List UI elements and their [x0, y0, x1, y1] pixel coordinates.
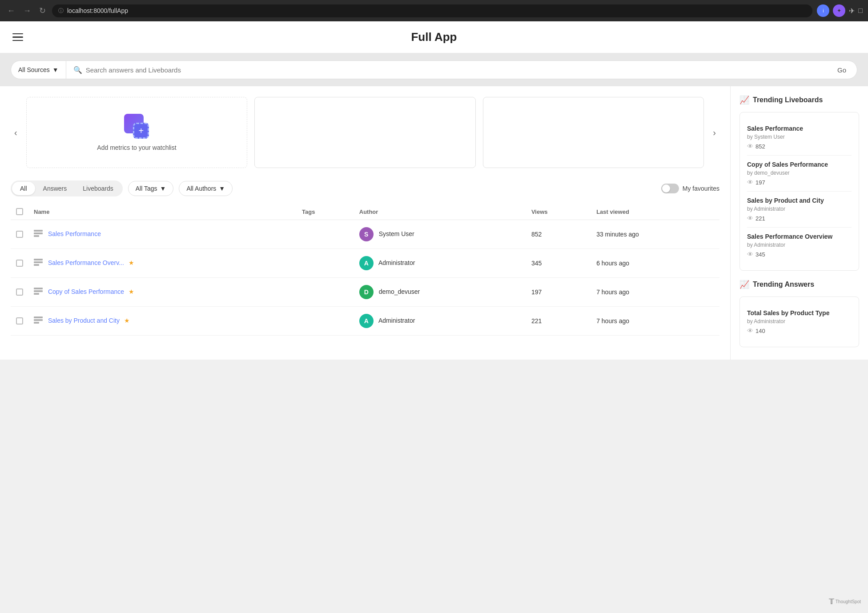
- url-text: localhost:8000/fullApp: [67, 7, 128, 14]
- trending-liveboards-title: 📈 Trending Liveboards: [739, 95, 859, 105]
- liveboard-title[interactable]: Sales Performance Overview: [747, 233, 852, 240]
- favourites-toggle-switch[interactable]: [661, 184, 679, 193]
- header-tags: Tags: [297, 204, 354, 220]
- search-icon: 🔍: [73, 66, 82, 74]
- item-type-icon: [34, 317, 43, 325]
- row-tags: [297, 249, 354, 278]
- address-bar[interactable]: ⓘ localhost:8000/fullApp: [52, 4, 812, 17]
- list-item: Sales by Product and City by Administrat…: [747, 192, 852, 228]
- tab-liveboards[interactable]: Liveboards: [75, 182, 121, 195]
- liveboard-author: by Administrator: [747, 206, 852, 212]
- row-tags: [297, 278, 354, 307]
- row-name: Sales Performance: [28, 220, 297, 249]
- forward-button[interactable]: →: [21, 4, 33, 17]
- source-dropdown[interactable]: All Sources ▼: [11, 61, 66, 79]
- extension-i-btn[interactable]: i: [817, 4, 829, 17]
- liveboard-views: 👁 221: [747, 215, 852, 222]
- item-type-icon: [34, 288, 43, 296]
- liveboard-author: by demo_devuser: [747, 170, 852, 176]
- views-count: 221: [755, 215, 765, 222]
- row-checkbox-cell: [11, 307, 28, 336]
- search-input-wrapper: 🔍: [66, 66, 830, 74]
- filter-tabs: All Answers Liveboards: [11, 180, 123, 196]
- row-checkbox[interactable]: [16, 231, 23, 238]
- item-link[interactable]: Sales Performance: [48, 230, 101, 237]
- header-author: Author: [354, 204, 526, 220]
- row-tags: [297, 220, 354, 249]
- tags-dropdown[interactable]: All Tags ▼: [128, 181, 174, 196]
- window-btn[interactable]: □: [858, 7, 863, 15]
- row-last-viewed: 33 minutes ago: [591, 220, 719, 249]
- select-all-checkbox[interactable]: [16, 208, 23, 215]
- trending-liveboards-card: Sales Performance by System User 👁 852 C…: [739, 112, 859, 271]
- watchlist-card-3[interactable]: [483, 97, 704, 168]
- toggle-knob: [662, 184, 670, 192]
- search-input[interactable]: [86, 66, 823, 74]
- table-row: Copy of Sales Performance ★ D demo_devus…: [11, 278, 719, 307]
- liveboard-views: 👁 852: [747, 143, 852, 150]
- item-type-icon: [34, 259, 43, 268]
- item-link[interactable]: Copy of Sales Performance: [48, 288, 124, 295]
- row-checkbox-cell: [11, 249, 28, 278]
- main-layout: ‹ + Add metrics to your watchlist ›: [0, 86, 868, 360]
- row-checkbox-cell: [11, 278, 28, 307]
- refresh-button[interactable]: ↻: [37, 4, 48, 17]
- data-table: Name Tags Author Views Last viewed: [11, 204, 719, 336]
- tags-label: All Tags: [136, 185, 157, 192]
- row-author: D demo_devuser: [354, 278, 526, 307]
- hamburger-menu[interactable]: [11, 32, 25, 43]
- star-icon: ★: [124, 317, 130, 324]
- go-button[interactable]: Go: [830, 63, 853, 77]
- favourites-label: My favourites: [683, 185, 719, 192]
- row-checkbox[interactable]: [16, 260, 23, 267]
- answer-title[interactable]: Total Sales by Product Type: [747, 309, 852, 317]
- views-count: 140: [755, 328, 765, 334]
- author-name: demo_devuser: [379, 288, 420, 295]
- header-name: Name: [28, 204, 297, 220]
- right-sidebar: 📈 Trending Liveboards Sales Performance …: [730, 86, 868, 360]
- liveboard-title[interactable]: Copy of Sales Performance: [747, 161, 852, 168]
- answer-author: by Administrator: [747, 318, 852, 325]
- list-item: Sales Performance by System User 👁 852: [747, 120, 852, 156]
- hamburger-line-2: [12, 36, 23, 38]
- table-row: Sales Performance S System User 852 33 m…: [11, 220, 719, 249]
- eye-icon: 👁: [747, 327, 753, 334]
- authors-dropdown[interactable]: All Authors ▼: [179, 181, 233, 196]
- source-chevron-icon: ▼: [52, 66, 59, 73]
- liveboard-title[interactable]: Sales Performance: [747, 125, 852, 132]
- liveboard-title[interactable]: Sales by Product and City: [747, 197, 852, 204]
- tab-answers[interactable]: Answers: [35, 182, 75, 195]
- puzzle-icon[interactable]: ✈: [849, 7, 855, 15]
- row-checkbox[interactable]: [16, 288, 23, 296]
- list-item: Sales Performance Overview by Administra…: [747, 228, 852, 263]
- carousel-prev-button[interactable]: ‹: [11, 124, 21, 141]
- author-name: Administrator: [378, 317, 415, 324]
- add-icon-front: +: [133, 123, 149, 139]
- add-watchlist-card[interactable]: + Add metrics to your watchlist: [26, 97, 248, 168]
- row-last-viewed: 7 hours ago: [591, 278, 719, 307]
- back-button[interactable]: ←: [5, 4, 17, 17]
- liveboard-author: by System User: [747, 134, 852, 140]
- watchlist-carousel: ‹ + Add metrics to your watchlist ›: [11, 97, 719, 168]
- tab-all[interactable]: All: [12, 182, 35, 195]
- browser-chrome: ← → ↻ ⓘ localhost:8000/fullApp i ✦ ✈ □: [0, 0, 868, 21]
- trending-answers-title: 📈 Trending Answers: [739, 280, 859, 289]
- row-author: S System User: [354, 220, 526, 249]
- authors-label: All Authors: [186, 185, 216, 192]
- extension-star-btn[interactable]: ✦: [833, 4, 845, 17]
- eye-icon: 👁: [747, 179, 753, 186]
- item-link[interactable]: Sales Performance Overv...: [48, 259, 124, 266]
- carousel-next-button[interactable]: ›: [709, 124, 719, 141]
- trending-liveboards-section: 📈 Trending Liveboards Sales Performance …: [739, 95, 859, 271]
- info-icon: ⓘ: [58, 7, 64, 15]
- row-last-viewed: 6 hours ago: [591, 249, 719, 278]
- row-checkbox[interactable]: [16, 317, 23, 325]
- author-avatar: A: [359, 314, 374, 328]
- row-views: 197: [526, 278, 591, 307]
- watchlist-card-2[interactable]: [254, 97, 476, 168]
- author-name: System User: [379, 230, 414, 237]
- watchlist-cards: + Add metrics to your watchlist: [26, 97, 704, 168]
- item-link[interactable]: Sales by Product and City: [48, 317, 120, 324]
- list-item: Copy of Sales Performance by demo_devuse…: [747, 156, 852, 192]
- views-count: 197: [755, 179, 765, 186]
